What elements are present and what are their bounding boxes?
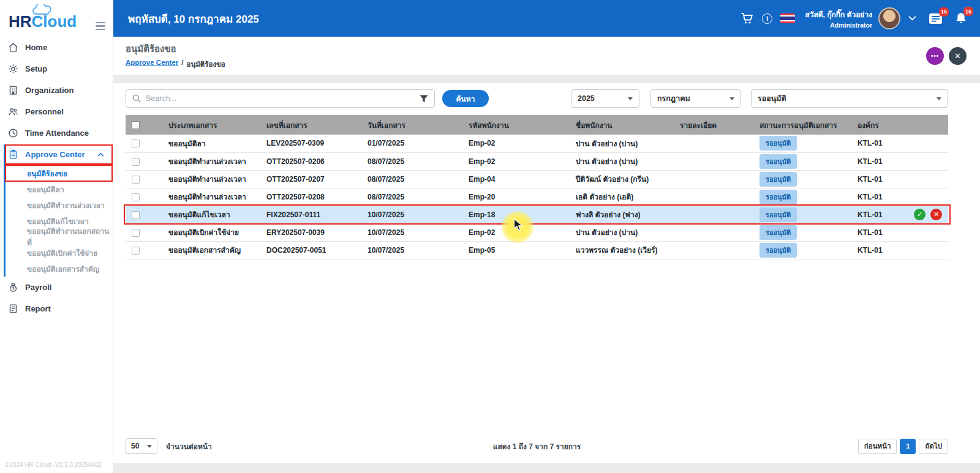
per-page-label: จำนวนต่อหน้า	[166, 441, 212, 452]
year-select[interactable]: 2025	[571, 89, 639, 108]
month-select[interactable]: กรกฎาคม	[650, 89, 741, 108]
user-menu[interactable]: สวัสดี, กุ๊กกิ๊ก ตัวอย่าง Administrator	[805, 9, 872, 29]
close-page-button[interactable]: ✕	[949, 47, 967, 65]
search-input[interactable]	[146, 94, 415, 103]
pagination: ก่อนหน้า 1 ถัดไป	[858, 439, 948, 454]
submenu-item-document-request[interactable]: ขออนุมัติเอกสารสำคัญ	[0, 261, 113, 277]
cell-actions	[894, 188, 948, 206]
search-icon	[132, 94, 141, 103]
cell-date: 08/07/2025	[361, 170, 462, 188]
breadcrumb: Approve Center / อนุมัติร้องขอ	[126, 59, 225, 70]
messages-button[interactable]: 15	[929, 12, 943, 25]
table-row[interactable]: ขออนุมัติทำงานล่วงเวลา OTT202507-0206 08…	[126, 152, 948, 170]
cell-emp-id: Emp-02	[462, 223, 570, 241]
caret-down-icon	[937, 97, 941, 100]
sidebar-item-organization[interactable]: Organization	[0, 80, 113, 101]
table-row[interactable]: ขออนุมัติแก้ไขเวลา FIX202507-0111 10/07/…	[126, 206, 948, 223]
page-size-select[interactable]: 50	[126, 438, 157, 454]
row-checkbox[interactable]	[132, 247, 140, 255]
cell-doc-no: DOC202507-0051	[260, 241, 361, 259]
table-row[interactable]: ขออนุมัติเบิกค่าใช้จ่าย ERY202507-0039 1…	[126, 223, 948, 241]
search-button[interactable]: ค้นหา	[442, 90, 489, 107]
home-icon	[8, 42, 18, 53]
header-checkbox-cell	[126, 115, 162, 135]
cell-status: รออนุมัติ	[753, 223, 851, 241]
cell-emp-name: ปาน ตัวอย่าง (ปาน)	[570, 223, 674, 241]
column-header-actions	[894, 115, 948, 135]
cell-emp-id: Emp-20	[462, 188, 570, 206]
user-greeting: สวัสดี, กุ๊กกิ๊ก ตัวอย่าง	[805, 9, 872, 20]
status-badge: รออนุมัติ	[760, 207, 797, 222]
more-actions-button[interactable]: •••	[926, 47, 944, 65]
sidebar-item-time-attendance[interactable]: Time Attendance	[0, 122, 113, 144]
submenu-item-approve-requests[interactable]: อนุมัติร้องขอ	[0, 165, 113, 181]
search-box	[126, 89, 435, 108]
app-logo[interactable]: HRCloud	[9, 6, 77, 29]
content-card: ค้นหา 2025 กรกฎาคม รออนุมัติ ประเภทเอกสา…	[113, 83, 980, 463]
notifications-button[interactable]: 15	[954, 12, 968, 25]
cell-checkbox	[126, 241, 162, 259]
select-all-checkbox[interactable]	[132, 121, 140, 129]
approve-button[interactable]: ✓	[914, 209, 925, 220]
table-footer: 50 จำนวนต่อหน้า แสดง 1 ถึง 7 จาก 7 รายกา…	[126, 438, 948, 455]
cell-type: ขออนุมัติลา	[162, 135, 260, 152]
breadcrumb-parent-link[interactable]: Approve Center	[126, 59, 178, 70]
cell-org: KTL-01	[851, 241, 894, 259]
cell-emp-name: ปีติวัฒน์ ตัวอย่าง (กรีน)	[570, 170, 674, 188]
thai-flag-icon[interactable]	[780, 13, 795, 23]
cell-detail	[674, 206, 753, 223]
svg-text:$: $	[12, 286, 15, 291]
column-header-detail: รายละเอียด	[674, 115, 753, 135]
row-checkbox[interactable]	[132, 211, 140, 219]
status-filter-select[interactable]: รออนุมัติ	[751, 89, 948, 108]
cell-checkbox	[126, 152, 162, 170]
cell-doc-no: OTT202507-0206	[260, 152, 361, 170]
row-checkbox[interactable]	[132, 176, 140, 184]
active-section-indicator	[4, 144, 6, 277]
cell-emp-name: ปาน ตัวอย่าง (ปาน)	[570, 135, 674, 152]
people-icon	[8, 106, 18, 117]
submenu-item-offsite-work-request[interactable]: ขออนุมัติทำงานนอกสถานที่	[0, 229, 113, 245]
sidebar-item-setup[interactable]: Setup	[0, 58, 113, 80]
sidebar-item-approve-center[interactable]: Approve Center	[0, 144, 113, 165]
cart-icon[interactable]	[741, 12, 754, 24]
caret-down-icon	[729, 97, 734, 100]
row-checkbox[interactable]	[132, 158, 140, 166]
reject-button[interactable]: ✕	[930, 209, 942, 220]
sidebar-item-payroll[interactable]: $ Payroll	[0, 277, 113, 298]
table-row[interactable]: ขออนุมัติทำงานล่วงเวลา OTT202507-0207 08…	[126, 170, 948, 188]
column-header-date: วันที่เอกสาร	[361, 115, 462, 135]
submenu-item-leave-request[interactable]: ขออนุมัติลา	[0, 181, 113, 197]
cloud-icon	[32, 4, 54, 15]
cell-doc-no: OTT202507-0208	[260, 188, 361, 206]
app-version: ©2024 HR Cloud -V2.3.0.20250402	[5, 461, 102, 468]
avatar[interactable]	[878, 7, 900, 29]
next-page-button[interactable]: ถัดไป	[919, 439, 948, 454]
cell-status: รออนุมัติ	[753, 241, 851, 259]
row-checkbox[interactable]	[132, 229, 140, 237]
filter-funnel-icon[interactable]	[420, 95, 428, 103]
cell-doc-no: FIX202507-0111	[260, 206, 361, 223]
info-icon[interactable]: i	[762, 13, 772, 24]
row-checkbox[interactable]	[132, 140, 140, 147]
current-page-button[interactable]: 1	[900, 439, 916, 454]
table-row[interactable]: ขออนุมัติลา LEV202507-0309 01/07/2025 Em…	[126, 135, 948, 152]
cell-actions	[894, 223, 948, 241]
column-header-emp-name: ชื่อพนักงาน	[570, 115, 674, 135]
sidebar-item-personnel[interactable]: Personnel	[0, 101, 113, 122]
submenu-item-overtime-request[interactable]: ขออนุมัติทำงานล่วงเวลา	[0, 197, 113, 213]
column-header-status: สถานะการอนุมัติเอกสาร	[753, 115, 851, 135]
table-row[interactable]: ขออนุมัติทำงานล่วงเวลา OTT202507-0208 08…	[126, 188, 948, 206]
current-date: พฤหัสบดี, 10 กรกฎาคม 2025	[128, 10, 259, 27]
sidebar-item-report[interactable]: Report	[0, 298, 113, 319]
chevron-down-icon[interactable]	[908, 16, 916, 21]
sidebar-item-home[interactable]: Home	[0, 37, 113, 58]
prev-page-button[interactable]: ก่อนหน้า	[858, 439, 897, 454]
hamburger-menu-icon[interactable]	[96, 22, 105, 30]
cell-type: ขออนุมัติทำงานล่วงเวลา	[162, 170, 260, 188]
cell-type: ขออนุมัติเอกสารสำคัญ	[162, 241, 260, 259]
submenu-item-expense-request[interactable]: ขออนุมัติเบิกค่าใช้จ่าย	[0, 245, 113, 261]
table-row[interactable]: ขออนุมัติเอกสารสำคัญ DOC202507-0051 10/0…	[126, 241, 948, 259]
cell-detail	[674, 152, 753, 170]
row-checkbox[interactable]	[132, 193, 140, 201]
